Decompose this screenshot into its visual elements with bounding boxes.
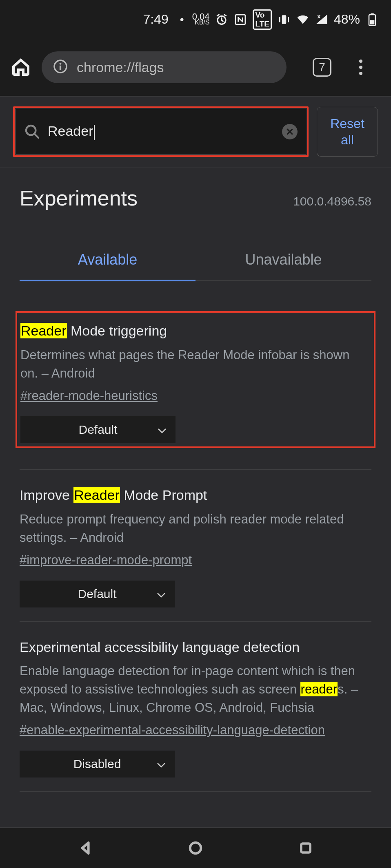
browser-toolbar: chrome://flags 7 xyxy=(0,39,391,96)
flag-dropdown[interactable]: Disabled xyxy=(20,751,175,777)
home-button[interactable] xyxy=(10,56,32,78)
svg-point-11 xyxy=(359,66,362,69)
flag-list: Reader Mode triggering Determines what p… xyxy=(20,281,371,792)
svg-rect-9 xyxy=(60,66,61,70)
flag-title: Improve Reader Mode Prompt xyxy=(20,486,371,505)
recents-button[interactable] xyxy=(281,836,330,860)
omnibox-url: chrome://flags xyxy=(77,60,164,75)
battery-icon xyxy=(366,13,379,26)
wifi-icon xyxy=(296,13,309,26)
status-separator: • xyxy=(180,13,184,26)
flag-dropdown-value: Default xyxy=(78,587,116,601)
tab-unavailable[interactable]: Unavailable xyxy=(196,243,371,280)
battery-percent: 48% xyxy=(334,12,360,27)
svg-rect-2 xyxy=(282,15,287,24)
flag-item: Experimental accessibility language dete… xyxy=(20,622,371,792)
alarm-icon xyxy=(215,13,228,26)
svg-rect-6 xyxy=(370,20,375,24)
svg-point-8 xyxy=(60,63,62,65)
svg-point-14 xyxy=(190,843,201,854)
flag-dropdown[interactable]: Default xyxy=(20,416,176,443)
info-icon xyxy=(53,59,68,75)
flag-item: Reader Mode triggering Determines what p… xyxy=(20,310,371,462)
reset-all-button[interactable]: Resetall xyxy=(317,107,378,157)
flag-description: Enable language detection for in-page co… xyxy=(20,662,371,717)
home-button-nav[interactable] xyxy=(171,836,220,860)
status-bar: 7:49 • 0.04 KB/S VoLTE x 48% xyxy=(0,0,391,39)
nfc-icon xyxy=(234,13,247,26)
chevron-down-icon xyxy=(158,423,167,437)
system-navbar xyxy=(0,827,391,868)
flag-title: Reader Mode triggering xyxy=(20,322,371,340)
flag-title: Experimental accessibility language dete… xyxy=(20,638,371,657)
tab-switcher[interactable]: 7 xyxy=(313,58,331,77)
chevron-down-icon xyxy=(157,757,166,771)
chrome-version: 100.0.4896.58 xyxy=(293,194,371,208)
tab-available[interactable]: Available xyxy=(20,243,196,280)
svg-point-12 xyxy=(359,72,362,75)
flag-item: Improve Reader Mode Prompt Reduce prompt… xyxy=(20,470,371,622)
flag-anchor-link[interactable]: #reader-mode-heuristics xyxy=(20,389,158,403)
flag-highlight-outline: Reader Mode triggering Determines what p… xyxy=(16,311,375,448)
flag-dropdown-value: Disabled xyxy=(73,757,121,771)
search-reset-row: Reader Resetall xyxy=(0,97,391,168)
svg-rect-5 xyxy=(371,13,374,15)
flags-search-input[interactable]: Reader xyxy=(16,109,306,155)
flag-dropdown[interactable]: Default xyxy=(20,581,175,607)
flags-page: Reader Resetall Experiments 100.0.4896.5… xyxy=(0,97,391,830)
omnibox[interactable]: chrome://flags xyxy=(42,51,287,83)
clear-search-button[interactable] xyxy=(282,124,298,139)
page-title: Experiments xyxy=(20,186,138,210)
svg-point-10 xyxy=(359,60,362,63)
search-icon xyxy=(24,124,40,140)
volte-icon: VoLTE xyxy=(253,9,271,30)
back-button[interactable] xyxy=(61,836,110,860)
overflow-menu-button[interactable] xyxy=(353,59,369,75)
flag-description: Determines what pages the Reader Mode in… xyxy=(20,346,371,383)
chevron-down-icon xyxy=(157,587,166,601)
flag-anchor-link[interactable]: #improve-reader-mode-prompt xyxy=(20,553,192,568)
search-value: Reader xyxy=(48,123,275,140)
flag-tabs: Available Unavailable xyxy=(20,243,371,281)
search-highlight-outline: Reader xyxy=(13,106,309,157)
svg-text:x: x xyxy=(317,13,321,20)
flag-anchor-link[interactable]: #enable-experimental-accessibility-langu… xyxy=(20,723,325,738)
svg-rect-15 xyxy=(301,844,310,853)
flag-dropdown-value: Default xyxy=(78,423,117,437)
flag-description: Reduce prompt frequency and polish reade… xyxy=(20,510,371,547)
signal-icon: x xyxy=(315,13,328,26)
vibrate-icon xyxy=(278,13,291,26)
status-datarate: 0.04 KB/S xyxy=(192,14,210,25)
status-time: 7:49 xyxy=(143,12,169,27)
